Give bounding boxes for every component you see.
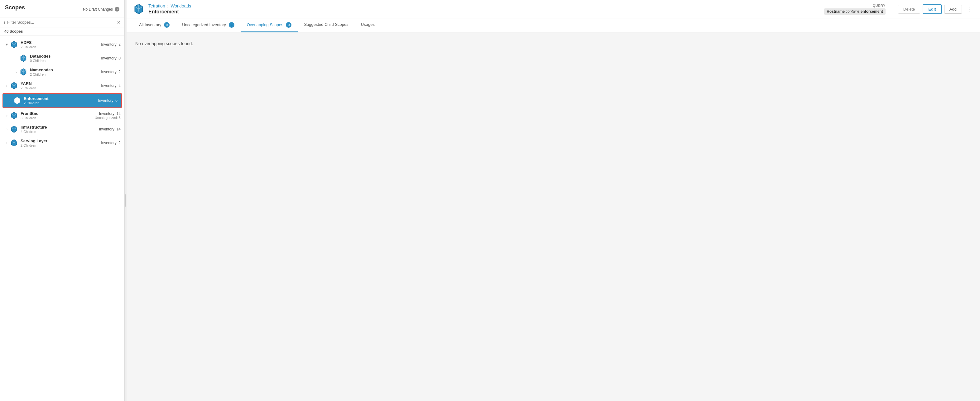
scope-group-hdfs: ▼ HDFS 2 Children Inventory: 2 <box>0 38 124 79</box>
scope-icon-infrastructure <box>10 125 18 133</box>
empty-message: No overlapping scopes found. <box>135 41 971 46</box>
scope-inventory-serving-layer: Inventory: 2 <box>101 141 121 145</box>
scope-icon-frontend <box>10 111 18 120</box>
scope-item-frontend[interactable]: › FrontEnd 3 Children Inventory: 12 Unca… <box>0 109 124 122</box>
query-key: Hostname <box>827 10 845 14</box>
scope-info-datanodes: Datanodes 0 Children <box>30 54 101 63</box>
sidebar-title: Scopes <box>5 4 25 11</box>
scope-children-infrastructure: 4 Children <box>21 130 99 133</box>
scope-icon-hdfs <box>10 40 18 49</box>
info-icon: ℹ <box>115 7 119 11</box>
scope-inventory-infrastructure: Inventory: 14 <box>99 127 121 132</box>
delete-button[interactable]: Delete <box>898 5 921 14</box>
filter-bar: ℹ ✕ <box>0 17 124 27</box>
scope-name-hdfs: HDFS <box>21 40 101 45</box>
scope-name-yarn: YARN <box>21 81 101 86</box>
scope-icon-namenodes <box>19 68 27 76</box>
scope-item-namenodes[interactable]: › Namenodes 2 Children Inventory: 2 <box>0 65 124 79</box>
scope-name-infrastructure: Infrastructure <box>21 125 99 130</box>
query-val: enforcement <box>861 10 883 14</box>
scope-info-serving-layer: Serving Layer 2 Children <box>21 138 101 147</box>
app-container: Scopes No Draft Changes ℹ ℹ ✕ 40 Scopes … <box>0 0 980 401</box>
main-scope-title: Enforcement <box>148 9 191 14</box>
chevron-datanodes[interactable] <box>13 55 19 61</box>
scope-inventory-enforcement: Inventory: 0 <box>98 98 118 103</box>
top-header: Tetration : Workloads Enforcement Query … <box>127 0 980 18</box>
scope-list: ▼ HDFS 2 Children Inventory: 2 <box>0 36 124 401</box>
scope-inventory-namenodes: Inventory: 2 <box>101 70 121 74</box>
tab-badge-uncategorized-inventory: 0 <box>229 22 234 28</box>
scope-children-namenodes: 2 Children <box>30 73 101 76</box>
chevron-namenodes[interactable]: › <box>13 69 19 75</box>
scope-item-datanodes[interactable]: Datanodes 0 Children Inventory: 0 <box>0 51 124 65</box>
tab-overlapping-scopes[interactable]: Overlapping Scopes 0 <box>241 18 298 32</box>
chevron-infrastructure[interactable]: › <box>4 126 10 132</box>
content-area: No overlapping scopes found. <box>127 32 980 401</box>
scope-item-infrastructure[interactable]: › Infrastructure 4 Children Inventory: 1… <box>0 122 124 136</box>
main-scope-icon <box>133 3 145 15</box>
breadcrumb-section: Tetration : Workloads Enforcement <box>133 3 191 15</box>
scope-info-frontend: FrontEnd 3 Children <box>21 111 95 120</box>
breadcrumb-workloads-link[interactable]: Workloads <box>170 3 191 8</box>
breadcrumb: Tetration : Workloads <box>148 3 191 8</box>
tab-suggested-child-scopes[interactable]: Suggested Child Scopes <box>298 18 355 32</box>
scope-icon-enforcement <box>13 97 21 105</box>
scope-item-serving-layer[interactable]: › Serving Layer 2 Children Inventory: 2 <box>0 136 124 150</box>
scope-name-namenodes: Namenodes <box>30 68 101 72</box>
scope-name-frontend: FrontEnd <box>21 111 95 116</box>
scope-item-yarn[interactable]: › YARN 2 Children Inventory: 2 <box>0 79 124 92</box>
scope-icon-yarn <box>10 82 18 90</box>
scope-inventory-hdfs: Inventory: 2 <box>101 42 121 47</box>
scope-name-serving-layer: Serving Layer <box>21 138 101 143</box>
scope-name-datanodes: Datanodes <box>30 54 101 59</box>
chevron-frontend[interactable]: › <box>4 113 10 119</box>
resize-handle[interactable] <box>125 0 127 401</box>
scope-children-enforcement: 2 Children <box>24 101 98 105</box>
more-button[interactable]: ⋮ <box>964 4 974 14</box>
scope-inventory-frontend: Inventory: 12 <box>95 111 121 116</box>
tab-badge-overlapping-scopes: 0 <box>286 22 291 28</box>
query-op: contains <box>846 10 860 14</box>
filter-clear-button[interactable]: ✕ <box>117 20 121 25</box>
chevron-enforcement[interactable]: › <box>7 97 13 104</box>
scope-children-datanodes: 0 Children <box>30 59 101 63</box>
sidebar-header: Scopes No Draft Changes ℹ <box>0 0 124 17</box>
header-actions: Delete Edit Add ⋮ <box>898 4 974 14</box>
scope-name-enforcement: Enforcement <box>24 96 98 101</box>
add-button[interactable]: Add <box>944 5 962 14</box>
scope-info-namenodes: Namenodes 2 Children <box>30 68 101 76</box>
chevron-yarn[interactable]: › <box>4 82 10 89</box>
edit-button[interactable]: Edit <box>923 4 942 14</box>
main-panel: Tetration : Workloads Enforcement Query … <box>127 0 980 401</box>
scope-count: 40 Scopes <box>0 27 124 36</box>
query-section: Query Hostname contains enforcement <box>824 4 886 14</box>
tab-all-inventory[interactable]: All Inventory 0 <box>133 18 176 32</box>
tab-usages[interactable]: Usages <box>355 18 381 32</box>
scope-item-enforcement[interactable]: › Enforcement 2 Children Inventory: 0 <box>3 93 122 108</box>
scope-children-hdfs: 2 Children <box>21 45 101 49</box>
scope-icon-datanodes <box>19 54 27 62</box>
scope-info-infrastructure: Infrastructure 4 Children <box>21 125 99 133</box>
scope-item-hdfs[interactable]: ▼ HDFS 2 Children Inventory: 2 <box>0 38 124 51</box>
chevron-hdfs[interactable]: ▼ <box>4 41 10 48</box>
query-badge: Hostname contains enforcement <box>824 8 886 14</box>
breadcrumb-root-link[interactable]: Tetration <box>148 3 165 8</box>
scope-info-enforcement: Enforcement 2 Children <box>24 96 98 105</box>
scope-children-serving-layer: 2 Children <box>21 144 101 147</box>
breadcrumb-sep: : <box>167 3 169 8</box>
scope-info-hdfs: HDFS 2 Children <box>21 40 101 49</box>
tab-badge-all-inventory: 0 <box>164 22 170 28</box>
scope-inventory-datanodes: Inventory: 0 <box>101 56 121 60</box>
scope-inventory-yarn: Inventory: 2 <box>101 84 121 88</box>
filter-icon: ℹ <box>4 20 5 25</box>
draft-changes: No Draft Changes ℹ <box>83 7 119 11</box>
chevron-serving-layer[interactable]: › <box>4 140 10 146</box>
scope-uncategorized-frontend: Uncategorized: 3 <box>95 116 121 120</box>
filter-input[interactable] <box>7 20 115 25</box>
scope-icon-serving-layer <box>10 139 18 147</box>
scope-children-frontend: 3 Children <box>21 116 95 120</box>
scope-children-yarn: 2 Children <box>21 86 101 90</box>
query-label: Query <box>824 4 886 8</box>
tab-uncategorized-inventory[interactable]: Uncategorized Inventory 0 <box>176 18 241 32</box>
sidebar: Scopes No Draft Changes ℹ ℹ ✕ 40 Scopes … <box>0 0 125 401</box>
